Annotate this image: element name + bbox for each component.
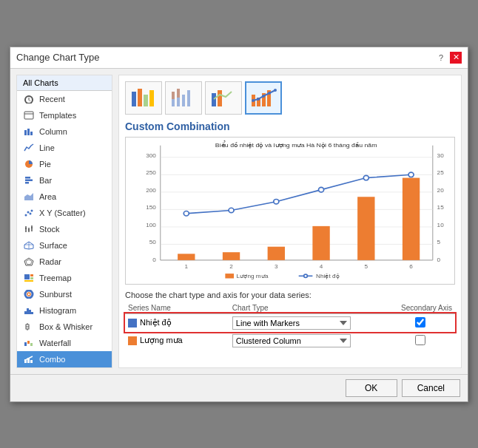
sidebar-item-surface-label: Surface: [39, 241, 67, 250]
sidebar-item-histogram-label: Histogram: [39, 306, 76, 315]
sidebar-item-pie[interactable]: Pie: [17, 156, 112, 172]
chart-type-select-2[interactable]: Clustered Column Stacked Column 100% Sta…: [232, 334, 351, 347]
recent-icon: [23, 94, 35, 104]
boxwhisker-icon: [23, 322, 35, 332]
svg-text:0: 0: [152, 257, 156, 263]
secondary-axis-cell-1: [386, 313, 455, 332]
surface-icon: [23, 240, 35, 251]
sidebar-item-recent-label: Recent: [39, 95, 65, 103]
chart-type-select-1[interactable]: Line with Markers Line Stacked Line: [232, 316, 351, 330]
svg-text:10: 10: [437, 222, 445, 228]
svg-rect-48: [149, 90, 154, 106]
cancel-button[interactable]: Cancel: [402, 379, 460, 397]
sidebar-item-templates[interactable]: Templates: [17, 107, 112, 123]
nav-list: Recent Templates Column: [17, 91, 112, 367]
stock-icon: [23, 224, 35, 234]
svg-text:300: 300: [146, 152, 156, 159]
sidebar-item-line-label: Line: [39, 143, 55, 152]
svg-rect-3: [27, 129, 30, 135]
preview-chart: 0 50 100 150 200 250 300 0 5 10 15 20 25…: [125, 137, 455, 285]
sidebar-item-treemap-label: Treemap: [39, 274, 72, 282]
close-button[interactable]: ✕: [450, 52, 462, 64]
sidebar-item-boxwhisker-label: Box & Whisker: [39, 322, 92, 331]
sidebar-item-boxwhisker[interactable]: Box & Whisker: [17, 319, 112, 335]
sidebar-item-combo[interactable]: Combo: [17, 351, 112, 367]
sidebar-item-pie-label: Pie: [39, 160, 51, 169]
svg-marker-9: [24, 193, 33, 200]
sidebar-item-waterfall[interactable]: Waterfall: [17, 335, 112, 351]
chart-icon-btn-1[interactable]: [125, 81, 162, 115]
sidebar-item-templates-label: Templates: [39, 111, 76, 120]
dialog-footer: OK Cancel: [10, 374, 468, 401]
left-panel: All Charts Recent Templates: [16, 75, 112, 368]
svg-point-100: [408, 172, 414, 177]
chart-icon-btn-4[interactable]: [245, 81, 282, 115]
column-icon: [23, 126, 35, 137]
svg-point-29: [25, 291, 33, 298]
secondary-axis-checkbox-2[interactable]: [415, 335, 425, 345]
svg-rect-26: [30, 274, 33, 276]
sidebar-item-combo-label: Combo: [39, 355, 65, 364]
svg-rect-93: [357, 197, 374, 260]
svg-point-12: [30, 212, 32, 214]
svg-point-11: [27, 211, 30, 213]
svg-point-111: [304, 274, 308, 277]
sidebar-item-column[interactable]: Column: [17, 123, 112, 140]
svg-rect-91: [268, 246, 285, 259]
chart-icon-btn-3[interactable]: [205, 81, 242, 115]
svg-text:5: 5: [365, 262, 368, 269]
svg-rect-52: [177, 89, 180, 98]
chart-icon-btn-2[interactable]: [165, 81, 202, 115]
dialog-body: All Charts Recent Templates: [10, 69, 468, 374]
svg-point-97: [274, 199, 279, 203]
sidebar-item-bar[interactable]: Bar: [17, 172, 112, 189]
svg-rect-6: [25, 177, 30, 179]
secondary-axis-checkbox-1[interactable]: [415, 317, 425, 327]
svg-rect-28: [24, 280, 33, 282]
svg-rect-47: [144, 95, 148, 106]
treemap-icon: [23, 273, 35, 283]
area-icon: [23, 191, 35, 202]
sidebar-item-radar[interactable]: Radar: [17, 254, 112, 270]
svg-point-30: [27, 293, 30, 296]
sidebar-item-stock[interactable]: Stock: [17, 221, 112, 237]
svg-point-98: [319, 187, 324, 191]
series-label-2: Lượng mưa: [140, 336, 183, 345]
svg-point-62: [257, 98, 260, 101]
svg-point-64: [268, 92, 271, 95]
pie-icon: [23, 159, 35, 169]
svg-marker-24: [26, 259, 32, 265]
sidebar-item-area-label: Area: [39, 192, 56, 201]
svg-rect-25: [24, 274, 30, 279]
sidebar-item-treemap[interactable]: Treemap: [17, 270, 112, 286]
svg-rect-94: [403, 177, 420, 259]
svg-rect-89: [178, 254, 195, 260]
sidebar-item-histogram[interactable]: Histogram: [17, 302, 112, 319]
chart-type-cell-1: Line with Markers Line Stacked Line: [229, 313, 386, 332]
title-bar-controls: ? ✕: [435, 52, 462, 64]
svg-point-99: [363, 175, 368, 180]
svg-rect-90: [223, 252, 240, 260]
data-series-section: Choose the chart type and axis for your …: [125, 291, 455, 350]
sidebar-item-scatter[interactable]: X Y (Scatter): [17, 205, 112, 221]
sidebar-item-line[interactable]: Line: [17, 140, 112, 156]
sidebar-item-surface[interactable]: Surface: [17, 237, 112, 254]
svg-point-10: [25, 214, 27, 216]
sidebar-item-recent[interactable]: Recent: [17, 91, 112, 107]
svg-text:50: 50: [149, 239, 157, 245]
svg-point-96: [229, 208, 234, 212]
waterfall-icon: [23, 338, 35, 348]
series-section-header: Choose the chart type and axis for your …: [125, 291, 455, 299]
series-name-cell-2: Lượng mưa: [125, 332, 229, 350]
sidebar-item-scatter-label: X Y (Scatter): [39, 208, 86, 217]
svg-text:5: 5: [437, 239, 441, 245]
ok-button[interactable]: OK: [346, 379, 397, 397]
svg-text:Lượng mưa: Lượng mưa: [237, 273, 269, 279]
templates-icon: [23, 110, 35, 121]
all-charts-tab[interactable]: All Charts: [17, 75, 112, 91]
sidebar-item-sunburst[interactable]: Sunburst: [17, 286, 112, 302]
svg-text:6: 6: [409, 262, 413, 269]
sidebar-item-area[interactable]: Area: [17, 189, 112, 205]
help-button[interactable]: ?: [435, 52, 447, 64]
svg-text:Nhiệt độ: Nhiệt độ: [316, 273, 340, 279]
